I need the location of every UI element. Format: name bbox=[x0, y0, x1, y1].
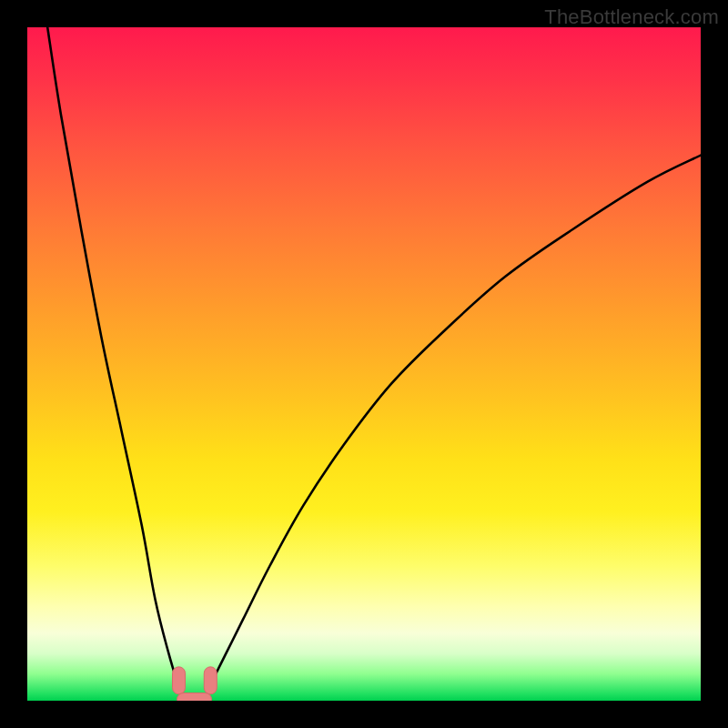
optimal-marker-0 bbox=[173, 667, 186, 694]
bottleneck-curve-svg bbox=[27, 27, 701, 701]
bottleneck-curve-right-branch bbox=[209, 156, 701, 688]
optimal-marker-1 bbox=[204, 667, 217, 694]
watermark-text: TheBottleneck.com bbox=[544, 5, 719, 29]
bottleneck-curve-left-branch bbox=[47, 27, 178, 687]
optimal-marker-2 bbox=[177, 693, 212, 701]
chart-frame: TheBottleneck.com bbox=[0, 0, 728, 728]
plot-area bbox=[27, 27, 701, 701]
